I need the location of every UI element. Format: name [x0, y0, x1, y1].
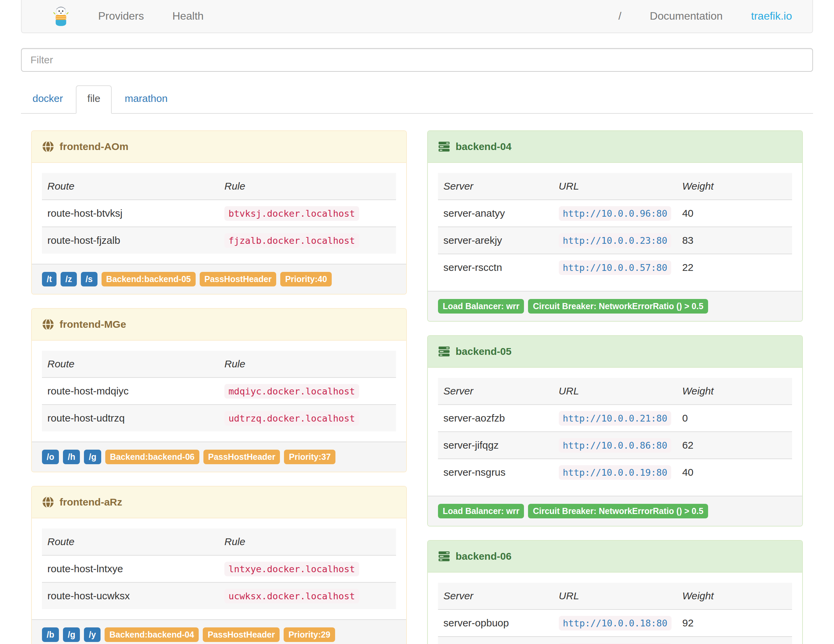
server-row: server-opbuop http://10.0.0.18:80 92	[438, 610, 792, 636]
route-path-tag: /h	[63, 450, 80, 464]
weight-column-header: Weight	[677, 378, 792, 405]
globe-icon	[42, 318, 54, 330]
server-url-link[interactable]: http://10.0.0.57:80	[559, 261, 672, 275]
route-name: route-host-ucwksx	[42, 583, 219, 609]
frontend-panel-MGe: frontend-MGe Route Rule route-host-mdqiy…	[31, 308, 407, 472]
rule-column-header: Rule	[219, 173, 396, 200]
server-weight: 0	[677, 405, 792, 432]
server-weight: 92	[677, 610, 792, 636]
frontend-panel-body: Route Rule route-host-mdqiyc mdqiyc.dock…	[32, 341, 406, 442]
routes-table: Route Rule route-host-btvksj btvksj.dock…	[42, 173, 396, 254]
frontend-panel-footer: /t /z /s Backend:backend-05 PassHostHead…	[32, 264, 406, 294]
server-name: server-anatyy	[438, 200, 553, 227]
routes-table: Route Rule route-host-lntxye lntxye.dock…	[42, 529, 396, 609]
tab-file[interactable]: file	[76, 85, 112, 114]
nav-health-link[interactable]: Health	[172, 10, 204, 23]
server-name: server-aozfzb	[438, 405, 553, 432]
frontend-name: frontend-MGe	[60, 319, 126, 330]
table-header-row: Server URL Weight	[438, 583, 792, 610]
route-row: route-host-lntxye lntxye.docker.localhos…	[42, 555, 396, 583]
server-url-link[interactable]: http://10.0.0.86:80	[559, 438, 672, 453]
route-row: route-host-fjzalb fjzalb.docker.localhos…	[42, 227, 396, 254]
route-column-header: Route	[42, 529, 219, 555]
nav-traefik-io-link[interactable]: traefik.io	[751, 10, 792, 23]
route-rule: mdqiyc.docker.localhost	[225, 384, 359, 398]
priority-tag: Priority:40	[280, 272, 332, 286]
server-row: server-aozfzb http://10.0.0.21:80 0	[438, 405, 792, 432]
backend-panel-06: backend-06 Server URL Weight server-opbu…	[427, 540, 803, 644]
route-column-header: Route	[42, 351, 219, 377]
table-header-row: Route Rule	[42, 351, 396, 377]
backend-panel-body: Server URL Weight server-anatyy http://1…	[428, 163, 802, 291]
server-row: server-tksmvo http://10.0.0.63:80 29	[438, 636, 792, 644]
nav-divider: /	[618, 10, 621, 23]
server-name: server-rscctn	[438, 254, 553, 281]
globe-icon	[42, 496, 54, 508]
pass-host-header-tag: PassHostHeader	[203, 628, 280, 642]
server-column-header: Server	[438, 173, 553, 200]
server-stack-icon	[438, 141, 450, 153]
route-path-tag: /o	[42, 450, 59, 464]
weight-column-header: Weight	[677, 173, 792, 200]
backend-tag: Backend:backend-04	[105, 628, 199, 642]
server-url-link[interactable]: http://10.0.0.19:80	[559, 465, 672, 480]
backend-panel-footer: Load Balancer: wrr Circuit Breaker: Netw…	[428, 496, 802, 526]
server-row: server-rscctn http://10.0.0.57:80 22	[438, 254, 792, 281]
frontend-panel-heading: frontend-aRz	[32, 487, 406, 518]
frontend-name: frontend-AOm	[60, 141, 128, 152]
server-name: server-arekjy	[438, 227, 553, 254]
backend-panel-heading: backend-05	[428, 336, 802, 368]
server-url-link[interactable]: http://10.0.0.18:80	[559, 616, 672, 631]
route-path-tag: /s	[81, 272, 97, 286]
rule-column-header: Rule	[219, 529, 396, 555]
server-url-link[interactable]: http://10.0.0.23:80	[559, 233, 672, 248]
server-stack-icon	[438, 550, 450, 562]
table-header-row: Route Rule	[42, 173, 396, 200]
server-row: server-anatyy http://10.0.0.96:80 40	[438, 200, 792, 227]
route-column-header: Route	[42, 173, 219, 200]
frontends-column: frontend-AOm Route Rule route-host-btvks…	[21, 130, 417, 644]
route-row: route-host-btvksj btvksj.docker.localhos…	[42, 200, 396, 227]
server-row: server-arekjy http://10.0.0.23:80 83	[438, 227, 792, 254]
servers-table: Server URL Weight server-opbuop http://1…	[438, 583, 792, 644]
priority-tag: Priority:37	[284, 450, 335, 464]
route-path-tag: /y	[84, 628, 100, 642]
nav-documentation-link[interactable]: Documentation	[650, 10, 722, 23]
route-path-tag: /g	[63, 628, 80, 642]
filter-input[interactable]	[21, 48, 813, 72]
server-row: server-jifqgz http://10.0.0.86:80 62	[438, 432, 792, 459]
route-row: route-host-mdqiyc mdqiyc.docker.localhos…	[42, 377, 396, 405]
route-name: route-host-udtrzq	[42, 405, 219, 431]
navbar: Providers Health / Documentation traefik…	[21, 0, 813, 33]
rule-column-header: Rule	[219, 351, 396, 377]
traefik-mascot-icon	[52, 5, 70, 26]
nav-providers-link[interactable]: Providers	[98, 10, 144, 23]
tab-marathon[interactable]: marathon	[113, 85, 179, 114]
server-url-link[interactable]: http://10.0.0.96:80	[559, 206, 672, 221]
frontend-panel-AOm: frontend-AOm Route Rule route-host-btvks…	[31, 130, 407, 294]
circuit-breaker-tag: Circuit Breaker: NetworkErrorRatio () > …	[528, 504, 708, 518]
weight-column-header: Weight	[677, 583, 792, 610]
backend-panel-body: Server URL Weight server-aozfzb http://1…	[428, 368, 802, 496]
route-rule: fjzalb.docker.localhost	[225, 233, 359, 248]
table-header-row: Server URL Weight	[438, 173, 792, 200]
pass-host-header-tag: PassHostHeader	[200, 272, 276, 286]
backend-panel-footer: Load Balancer: wrr Circuit Breaker: Netw…	[428, 291, 802, 321]
backend-panel-04: backend-04 Server URL Weight server-anat…	[427, 130, 803, 322]
pass-host-header-tag: PassHostHeader	[204, 450, 280, 464]
server-url-link[interactable]: http://10.0.0.21:80	[559, 411, 672, 426]
frontend-panel-body: Route Rule route-host-lntxye lntxye.dock…	[32, 518, 406, 619]
route-rule: btvksj.docker.localhost	[225, 206, 359, 221]
server-column-header: Server	[438, 583, 553, 610]
route-name: route-host-fjzalb	[42, 227, 219, 254]
backend-name: backend-04	[456, 141, 511, 152]
backend-tag: Backend:backend-05	[102, 272, 196, 286]
servers-table: Server URL Weight server-anatyy http://1…	[438, 173, 792, 281]
load-balancer-tag: Load Balancer: wrr	[438, 504, 524, 518]
backend-panel-body: Server URL Weight server-opbuop http://1…	[428, 573, 802, 644]
route-path-tag: /b	[42, 628, 59, 642]
tab-docker[interactable]: docker	[21, 85, 74, 114]
traefik-logo[interactable]	[52, 5, 70, 26]
route-rule: ucwksx.docker.localhost	[225, 589, 359, 604]
backend-name: backend-05	[456, 346, 511, 357]
